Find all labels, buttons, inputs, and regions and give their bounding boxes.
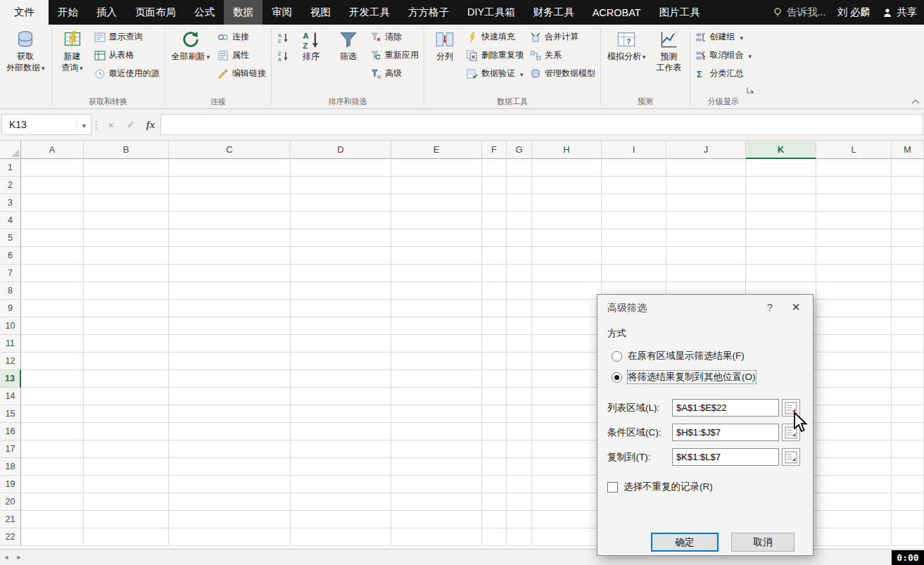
ribbon-tab-7[interactable]: 视图 bbox=[301, 0, 340, 25]
row-header-8[interactable]: 8 bbox=[0, 282, 21, 300]
column-header-G[interactable]: G bbox=[507, 141, 532, 159]
column-header-B[interactable]: B bbox=[84, 141, 169, 159]
column-header-I[interactable]: I bbox=[602, 141, 666, 159]
row-header-1[interactable]: 1 bbox=[0, 159, 21, 177]
cancel-entry-button[interactable]: × bbox=[101, 114, 121, 135]
ribbon-tab-1[interactable]: 开始 bbox=[49, 0, 87, 25]
recent-sources-button[interactable]: 最近使用的源 bbox=[92, 65, 162, 82]
row-header-14[interactable]: 14 bbox=[0, 388, 21, 405]
column-header-E[interactable]: E bbox=[391, 141, 482, 159]
row-header-20[interactable]: 20 bbox=[0, 493, 21, 511]
column-header-D[interactable]: D bbox=[291, 141, 391, 159]
sort-button[interactable]: AZ 排序 bbox=[293, 26, 329, 63]
row-header-18[interactable]: 18 bbox=[0, 458, 21, 476]
row-header-12[interactable]: 12 bbox=[0, 353, 21, 370]
criteria-range-collapse-button[interactable] bbox=[782, 424, 800, 441]
flash-fill-button[interactable]: 快速填充 bbox=[464, 29, 526, 45]
column-header-K[interactable]: K bbox=[746, 141, 816, 159]
column-header-C[interactable]: C bbox=[169, 141, 291, 159]
reapply-filter-button[interactable]: 重新应用 bbox=[368, 47, 421, 63]
ribbon-tab-12[interactable]: ACROBAT bbox=[583, 0, 650, 25]
criteria-range-input[interactable]: $H$1:$J$7 bbox=[672, 424, 779, 441]
remove-duplicates-button[interactable]: 删除重复项 bbox=[464, 47, 526, 63]
formula-bar-splitter-icon[interactable] bbox=[91, 118, 101, 131]
advanced-filter-button[interactable]: 高级 bbox=[368, 65, 421, 82]
row-header-4[interactable]: 4 bbox=[0, 212, 21, 229]
row-header-9[interactable]: 9 bbox=[0, 300, 21, 317]
column-header-L[interactable]: L bbox=[816, 141, 892, 159]
collapse-ribbon-icon[interactable] bbox=[910, 97, 921, 107]
ok-button[interactable]: 确定 bbox=[651, 533, 719, 552]
row-header-16[interactable]: 16 bbox=[0, 423, 21, 440]
refresh-all-button[interactable]: 全部刷新 bbox=[168, 26, 214, 63]
row-header-11[interactable]: 11 bbox=[0, 335, 21, 353]
row-header-21[interactable]: 21 bbox=[0, 511, 21, 528]
dialog-launcher-icon[interactable] bbox=[745, 85, 755, 95]
ribbon-tab-5[interactable]: 数据 bbox=[224, 0, 262, 25]
cancel-button[interactable]: 取消 bbox=[731, 533, 795, 552]
file-tab[interactable]: 文件 bbox=[0, 0, 49, 25]
ribbon-tab-8[interactable]: 开发工具 bbox=[340, 0, 399, 25]
show-queries-button[interactable]: 显示查询 bbox=[92, 29, 162, 45]
radio-filter-in-place[interactable]: 在原有区域显示筛选结果(F) bbox=[612, 350, 745, 362]
ribbon-tab-10[interactable]: DIY工具箱 bbox=[458, 0, 524, 25]
ribbon-tab-6[interactable]: 审阅 bbox=[262, 0, 301, 25]
subtotal-button[interactable]: Σ 分类汇总 bbox=[693, 65, 754, 82]
create-group-button[interactable]: 创建组 bbox=[693, 29, 754, 45]
row-header-17[interactable]: 17 bbox=[0, 440, 21, 458]
ribbon-tab-4[interactable]: 公式 bbox=[185, 0, 224, 25]
column-header-F[interactable]: F bbox=[482, 141, 507, 159]
column-header-A[interactable]: A bbox=[21, 141, 84, 159]
name-box[interactable]: K13 bbox=[1, 114, 91, 135]
dialog-close-button[interactable]: × bbox=[789, 299, 803, 315]
relationships-button[interactable]: 关系 bbox=[528, 47, 597, 63]
sheet-nav-right-icon[interactable] bbox=[13, 550, 25, 565]
ribbon-tab-2[interactable]: 插入 bbox=[87, 0, 126, 25]
insert-function-button[interactable]: fx bbox=[141, 114, 160, 135]
ungroup-button[interactable]: 取消组合 bbox=[693, 47, 754, 63]
new-query-button[interactable]: 新建 查询 bbox=[55, 26, 90, 73]
sheet-nav-left-icon[interactable] bbox=[0, 550, 13, 565]
row-header-3[interactable]: 3 bbox=[0, 194, 21, 212]
consolidate-button[interactable]: 合并计算 bbox=[528, 29, 597, 45]
what-if-button[interactable]: ? 模拟分析 bbox=[604, 26, 650, 63]
manage-data-model-button[interactable]: 管理数据模型 bbox=[528, 65, 597, 82]
row-header-19[interactable]: 19 bbox=[0, 476, 21, 493]
properties-button[interactable]: 属性 bbox=[215, 47, 268, 63]
share-button[interactable]: 共享 bbox=[882, 6, 917, 19]
ribbon-tab-13[interactable]: 图片工具 bbox=[650, 0, 709, 25]
enter-entry-button[interactable]: ✓ bbox=[121, 114, 141, 135]
column-header-H[interactable]: H bbox=[532, 141, 602, 159]
row-header-5[interactable]: 5 bbox=[0, 229, 21, 247]
unique-records-checkbox[interactable]: 选择不重复的记录(R) bbox=[607, 481, 713, 493]
data-validation-button[interactable]: 数据验证 bbox=[464, 65, 526, 82]
get-external-data-button[interactable]: 获取 外部数据 bbox=[3, 26, 49, 73]
sort-ascending-button[interactable]: AZ bbox=[274, 30, 291, 46]
name-box-dropdown-icon[interactable] bbox=[77, 119, 91, 130]
ribbon-tab-3[interactable]: 页面布局 bbox=[126, 0, 185, 25]
text-to-columns-button[interactable]: 分列 bbox=[427, 26, 462, 63]
row-header-22[interactable]: 22 bbox=[0, 528, 21, 546]
clear-filter-button[interactable]: 清除 bbox=[368, 29, 421, 45]
list-range-collapse-button[interactable] bbox=[782, 399, 800, 417]
row-header-7[interactable]: 7 bbox=[0, 265, 21, 282]
sort-descending-button[interactable]: ZA bbox=[274, 49, 291, 64]
forecast-sheet-button[interactable]: 预测 工作表 bbox=[652, 26, 687, 73]
row-header-13[interactable]: 13 bbox=[0, 370, 21, 388]
row-header-10[interactable]: 10 bbox=[0, 317, 21, 335]
dialog-help-button[interactable]: ? bbox=[764, 301, 776, 313]
column-header-J[interactable]: J bbox=[666, 141, 746, 159]
ribbon-tab-9[interactable]: 方方格子 bbox=[399, 0, 458, 25]
copy-to-input[interactable]: $K$1:$L$7 bbox=[672, 448, 779, 466]
account-user[interactable]: 刘 必麟 bbox=[837, 6, 871, 19]
from-table-button[interactable]: 从表格 bbox=[92, 47, 162, 63]
filter-button[interactable]: 筛选 bbox=[331, 26, 366, 63]
list-range-input[interactable]: $A$1:$E$22 bbox=[672, 399, 779, 417]
connections-button[interactable]: 连接 bbox=[215, 29, 268, 45]
copy-to-collapse-button[interactable] bbox=[782, 448, 800, 466]
edit-links-button[interactable]: 编辑链接 bbox=[215, 65, 268, 82]
row-header-15[interactable]: 15 bbox=[0, 405, 21, 423]
formula-input[interactable] bbox=[160, 114, 923, 135]
select-all-corner[interactable] bbox=[0, 141, 21, 159]
row-header-2[interactable]: 2 bbox=[0, 177, 21, 194]
